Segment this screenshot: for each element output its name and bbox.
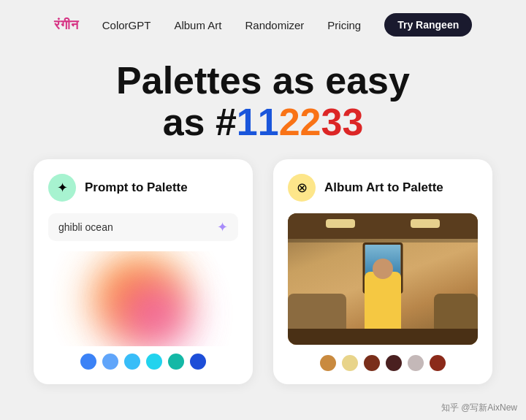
subway-floor [288, 329, 478, 345]
hero-headline: Palettes as easy as #112233 [0, 60, 526, 143]
watermark: 知乎 @写新AixNew [441, 402, 517, 414]
logo: रंगीन [54, 18, 79, 33]
rdot-5[interactable] [408, 355, 424, 371]
card-header-left: ✦ Prompt to Palette [48, 174, 238, 202]
hex-digit-6: 3 [342, 101, 363, 143]
left-color-dots [48, 354, 238, 370]
sparkle-icon: ✦ [217, 219, 228, 235]
dot-2[interactable] [102, 354, 118, 370]
nav-colorgpt[interactable]: ColorGPT [102, 19, 151, 31]
hex-digit-2: 1 [258, 101, 279, 143]
dot-1[interactable] [80, 354, 96, 370]
album-card-title: Album Art to Palette [324, 180, 443, 195]
wand-icon: ✦ [57, 180, 68, 196]
search-input[interactable] [58, 221, 217, 233]
prompt-card-title: Prompt to Palette [85, 180, 188, 195]
prompt-to-palette-card: ✦ Prompt to Palette ✦ [34, 159, 253, 384]
card-header-right: ⊗ Album Art to Palette [288, 174, 478, 202]
hex-digit-5: 3 [321, 101, 343, 143]
album-icon-bg: ⊗ [288, 174, 316, 202]
hex-digit-4: 2 [300, 101, 321, 143]
subway-illustration [288, 213, 478, 345]
subway-light-left [326, 219, 355, 228]
blob-area [48, 251, 238, 346]
subway-seat-left [288, 294, 346, 330]
right-color-dots [288, 355, 478, 371]
hex-digit-1: 1 [237, 101, 258, 143]
cards-row: ✦ Prompt to Palette ✦ ⊗ Album Art [0, 159, 526, 384]
hero-section: Palettes as easy as #112233 [0, 47, 526, 159]
dot-3[interactable] [124, 354, 140, 370]
dot-6[interactable] [190, 354, 206, 370]
rdot-4[interactable] [386, 355, 402, 371]
subway-ceiling [288, 213, 478, 239]
navbar: रंगीन ColorGPT Album Art Randomizer Pric… [0, 0, 526, 47]
dot-4[interactable] [146, 354, 162, 370]
subway-seat-right [434, 294, 478, 330]
album-image [288, 213, 478, 345]
subway-light-right [411, 219, 440, 228]
nav-pricing[interactable]: Pricing [327, 19, 361, 31]
rdot-1[interactable] [320, 355, 336, 371]
rdot-6[interactable] [430, 355, 446, 371]
nav-albumart[interactable]: Album Art [174, 19, 221, 31]
subway-figure-head [373, 259, 393, 279]
biohazard-icon: ⊗ [297, 180, 308, 196]
try-rangeen-button[interactable]: Try Rangeen [384, 13, 472, 37]
blob-pink [118, 277, 191, 346]
rdot-2[interactable] [342, 355, 358, 371]
rdot-3[interactable] [364, 355, 380, 371]
prompt-icon-bg: ✦ [48, 174, 76, 202]
search-bar[interactable]: ✦ [48, 213, 238, 241]
nav-randomizer[interactable]: Randomizer [245, 19, 304, 31]
dot-5[interactable] [168, 354, 184, 370]
subway-figure-body [365, 272, 401, 330]
hex-digit-3: 2 [279, 101, 300, 143]
album-art-to-palette-card: ⊗ Album Art to Palette [273, 159, 492, 384]
